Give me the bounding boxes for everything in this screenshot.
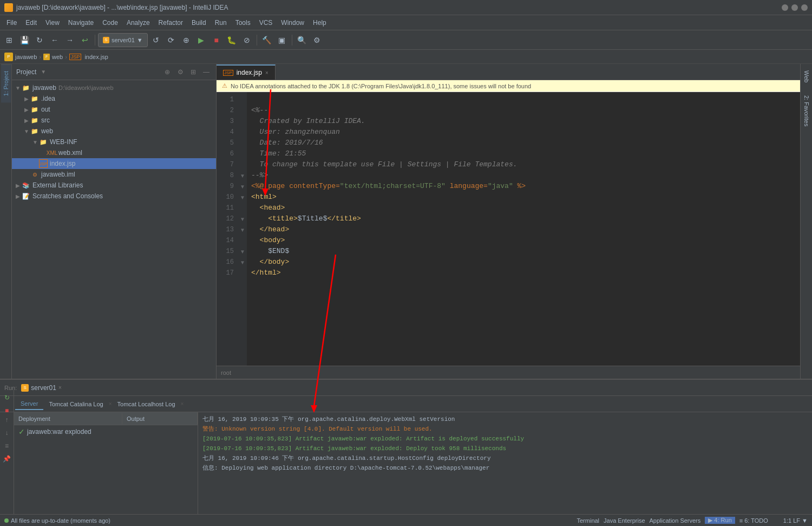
gutter-fold-15[interactable]: ▼ xyxy=(238,246,247,257)
tab-close-btn[interactable]: × xyxy=(265,70,269,76)
toolbar-save-all[interactable]: 💾 xyxy=(17,33,31,47)
localhost-close[interactable]: × xyxy=(181,401,184,407)
tree-idea[interactable]: ▶ 📁 .idea xyxy=(12,93,216,104)
menu-code[interactable]: Code xyxy=(98,17,122,29)
gutter-fold-13[interactable]: ▼ xyxy=(238,224,247,235)
toolbar-build[interactable]: 🔨 xyxy=(260,33,274,47)
tree-webinf[interactable]: ▼ 📁 WEB-INF xyxy=(12,137,216,147)
toolbar-find[interactable]: 🔍 xyxy=(295,33,309,47)
toolbar-sep-1 xyxy=(95,35,95,46)
maximize-btn[interactable] xyxy=(791,4,798,11)
deployment-panel: Deployment Output ✓ javaweb:war exploded xyxy=(14,412,198,514)
breadcrumb-web[interactable]: web xyxy=(52,54,63,60)
tree-out[interactable]: ▶ 📁 out xyxy=(12,104,216,115)
menu-edit[interactable]: Edit xyxy=(21,17,41,29)
toolbar-attach[interactable]: ⊘ xyxy=(240,33,254,47)
tree-indexjsp[interactable]: ▶ JSP index.jsp xyxy=(12,158,216,169)
tree-scratches[interactable]: ▶ 📝 Scratches and Consoles xyxy=(12,191,216,202)
panel-expand-btn[interactable]: ⊞ xyxy=(188,67,199,77)
menu-window[interactable]: Window xyxy=(277,17,309,29)
line-num-12: 12 xyxy=(217,213,234,224)
menu-analyze[interactable]: Analyze xyxy=(122,17,154,29)
menu-help[interactable]: Help xyxy=(309,17,331,29)
run-restart-btn[interactable]: ↻ xyxy=(2,392,12,403)
toolbar-undo[interactable]: ↩ xyxy=(78,33,92,47)
toolbar-stop[interactable]: ■ xyxy=(209,33,224,47)
menu-view[interactable]: View xyxy=(41,17,64,29)
line-14-code: $END$ xyxy=(251,247,289,255)
toolbar-run[interactable]: ▶ xyxy=(194,33,208,47)
gutter-fold-8[interactable]: ▼ xyxy=(238,170,247,181)
gutter-fold-10[interactable]: ▼ xyxy=(238,192,247,203)
tree-scratches-arrow: ▶ xyxy=(14,193,22,199)
tree-root-icon: 📁 xyxy=(22,83,30,92)
tab-web[interactable]: Web xyxy=(802,64,811,89)
gutter-fold-9[interactable]: ▼ xyxy=(238,181,247,192)
toolbar-debug[interactable]: 🐛 xyxy=(225,33,239,47)
line-1-code: <%-- xyxy=(251,106,268,114)
tree-root[interactable]: ▼ 📁 javaweb D:\ideawork\javaweb xyxy=(12,82,216,93)
tree-webxml[interactable]: ▶ XML web.xml xyxy=(12,147,216,158)
toolbar: ⊞ 💾 ↻ ← → ↩ S server01 ▼ ↺ ⟳ ⊕ ▶ ■ 🐛 ⊘ 🔨… xyxy=(0,30,812,50)
toolbar-run-build[interactable]: ▣ xyxy=(275,33,289,47)
status-todo[interactable]: ≡ 6: TODO xyxy=(739,517,768,524)
toolbar-coverage[interactable]: ⊕ xyxy=(179,33,193,47)
toolbar-back[interactable]: ← xyxy=(48,33,62,47)
output-align-btn[interactable]: ≡ xyxy=(2,440,12,451)
tree-web[interactable]: ▼ 📁 web xyxy=(12,126,216,137)
run-server-name: server01 xyxy=(31,384,56,392)
menu-vcs[interactable]: VCS xyxy=(255,17,277,29)
sidebar-header: Project ▼ ⊕ ⚙ ⊞ — xyxy=(12,64,216,80)
tree-idea-arrow: ▶ xyxy=(23,96,30,102)
toolbar-run-reload[interactable]: ↺ xyxy=(149,33,163,47)
tab-project[interactable]: 1: Project xyxy=(1,64,11,102)
dep-item-0[interactable]: ✓ javaweb:war exploded xyxy=(14,425,198,438)
menu-navigate[interactable]: Navigate xyxy=(64,17,98,29)
line-3-code: User: zhangzhenquan xyxy=(251,128,340,136)
tree-web-icon: 📁 xyxy=(30,127,39,135)
panel-settings-btn[interactable]: ⚙ xyxy=(175,67,186,77)
menu-build[interactable]: Build xyxy=(187,17,211,29)
tree-src[interactable]: ▶ 📁 src xyxy=(12,115,216,126)
gutter-fold-16[interactable]: ▼ xyxy=(238,257,247,268)
gutter-4 xyxy=(238,127,247,138)
tab-favorites[interactable]: 2: Favorites xyxy=(802,89,811,133)
menu-tools[interactable]: Tools xyxy=(231,17,255,29)
status-java-enterprise[interactable]: Java Enterprise xyxy=(604,517,645,524)
toolbar-settings[interactable]: ⚙ xyxy=(310,33,324,47)
line-num-2: 2 xyxy=(217,105,234,116)
output-pin-btn[interactable]: 📌 xyxy=(2,453,12,464)
close-btn[interactable] xyxy=(801,4,808,11)
run-subtab-localhost[interactable]: Tomcat Localhost Log xyxy=(112,399,181,410)
run-tab-close[interactable]: × xyxy=(58,385,62,391)
toolbar-project-structure[interactable]: ⊞ xyxy=(2,33,16,47)
breadcrumb-javaweb[interactable]: javaweb xyxy=(15,54,37,60)
panel-locate-btn[interactable]: ⊕ xyxy=(162,67,173,77)
tree-iml[interactable]: ▶ ⚙ javaweb.iml xyxy=(12,169,216,180)
output-up-btn[interactable]: ↑ xyxy=(2,414,12,425)
run-subtab-server[interactable]: Server xyxy=(15,398,43,410)
toolbar-synchronize[interactable]: ↻ xyxy=(32,33,47,47)
minimize-btn[interactable] xyxy=(782,4,788,11)
status-terminal[interactable]: Terminal xyxy=(577,517,600,524)
breadcrumb-bar: P javaweb › F web › JSP index.jsp xyxy=(0,50,812,64)
toolbar-forward[interactable]: → xyxy=(63,33,77,47)
toolbar-debug-reload[interactable]: ⟳ xyxy=(164,33,178,47)
tab-indexjsp[interactable]: JSP index.jsp × xyxy=(217,64,276,80)
menu-file[interactable]: File xyxy=(2,17,21,29)
tree-extlib[interactable]: ▶ 📚 External Libraries xyxy=(12,180,216,191)
output-down-btn[interactable]: ↓ xyxy=(2,427,12,438)
run-subtab-catalina[interactable]: Tomcat Catalina Log xyxy=(43,399,108,410)
status-app-servers[interactable]: Application Servers xyxy=(650,517,701,524)
menu-refactor[interactable]: Refactor xyxy=(154,17,187,29)
app-icon xyxy=(4,3,13,12)
breadcrumb-file[interactable]: index.jsp xyxy=(84,54,108,60)
panel-hide-btn[interactable]: — xyxy=(201,67,212,77)
code-content[interactable]: <%-- Created by IntelliJ IDEA. User: zha… xyxy=(247,92,800,366)
menu-run[interactable]: Run xyxy=(211,17,231,29)
status-run[interactable]: ▶ 4: Run xyxy=(705,517,735,524)
gutter-fold-12[interactable]: ▼ xyxy=(238,213,247,224)
run-server01-tab[interactable]: S server01 × xyxy=(21,384,62,392)
status-text: All files are up-to-date (moments ago) xyxy=(11,517,110,524)
run-configuration-selector[interactable]: S server01 ▼ xyxy=(98,33,148,47)
